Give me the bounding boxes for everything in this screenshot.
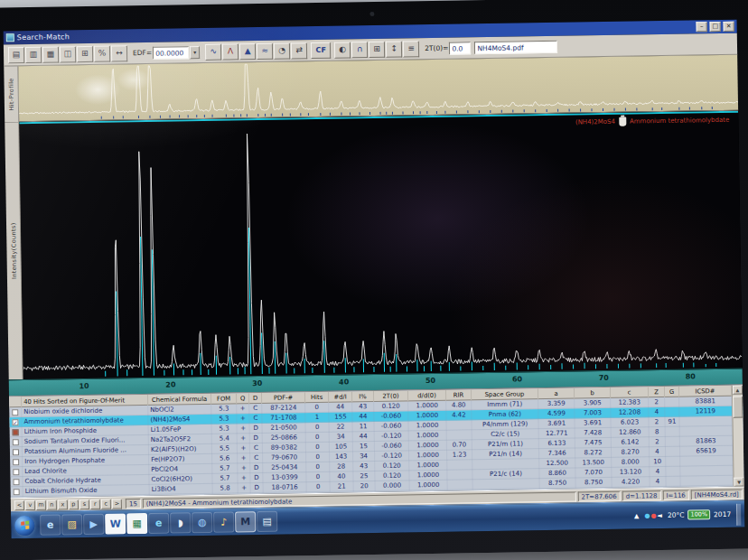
tray-alert-icon[interactable]: ● bbox=[650, 512, 656, 519]
edf-dropdown-arrow[interactable]: ▾ bbox=[190, 45, 200, 58]
save-pattern-icon[interactable]: ▦ bbox=[42, 46, 59, 62]
row-checkbox[interactable] bbox=[13, 449, 19, 455]
cell-ipct: 43 bbox=[352, 402, 374, 412]
status-button-<[interactable]: < bbox=[14, 500, 24, 510]
scroll-down-icon[interactable]: ▼ bbox=[734, 478, 744, 487]
copy-icon[interactable]: ⊞ bbox=[77, 45, 93, 61]
column-header-ndi[interactable]: #d/I bbox=[329, 391, 352, 402]
taskbar-folder-icon[interactable]: ▨ bbox=[61, 514, 82, 535]
taskbar-search-match-icon[interactable]: M bbox=[235, 511, 256, 532]
column-header-a[interactable]: a bbox=[538, 388, 575, 400]
scroll-up-icon[interactable]: ▲ bbox=[733, 386, 743, 395]
open-pattern-icon[interactable]: ▥ bbox=[25, 46, 42, 62]
taskbar-clock[interactable]: 2017 bbox=[714, 510, 731, 518]
tray-chat-icon[interactable]: ● bbox=[644, 512, 650, 519]
taskbar-globe-icon[interactable]: ◍ bbox=[192, 512, 212, 533]
list-icon[interactable]: ≡ bbox=[403, 41, 419, 57]
status-button-m[interactable]: m bbox=[36, 499, 46, 509]
column-header-d[interactable]: D bbox=[249, 393, 262, 404]
background-icon[interactable]: ▲ bbox=[239, 43, 256, 60]
tray-volume-icon[interactable]: ◄ bbox=[657, 512, 662, 519]
status-button-x[interactable]: x bbox=[58, 499, 68, 509]
cell-dd0: 1.0000 bbox=[409, 461, 447, 471]
table-scrollbar[interactable]: ▲ ▼ bbox=[732, 386, 744, 487]
cell-ipct: 44 bbox=[353, 432, 375, 442]
status-button-v[interactable]: v bbox=[25, 499, 35, 509]
contrast-icon[interactable]: ◐ bbox=[334, 42, 351, 58]
cell-fom: 5.7 bbox=[212, 463, 238, 473]
column-header-formula[interactable]: Chemical Formula bbox=[148, 394, 211, 406]
status-button-n[interactable]: n bbox=[47, 499, 57, 509]
scrollbar-thumb[interactable] bbox=[733, 397, 743, 418]
swap-axes-icon[interactable]: ⇄ bbox=[291, 42, 307, 59]
profile-view-icon[interactable]: ∿ bbox=[205, 43, 221, 60]
filename-input[interactable]: NH4MoS4.pdf bbox=[474, 40, 557, 53]
column-header-icsd[interactable]: ICSD# bbox=[679, 386, 732, 397]
grid-icon[interactable]: ⊞ bbox=[369, 41, 385, 57]
peak-search-icon[interactable]: Λ bbox=[222, 43, 238, 60]
new-pattern-icon[interactable]: ▤ bbox=[8, 47, 24, 63]
row-checkbox[interactable] bbox=[13, 479, 19, 485]
cell-q: + bbox=[238, 463, 250, 473]
column-header-g[interactable]: G bbox=[665, 387, 679, 397]
tray-expand-icon[interactable]: ▲ bbox=[634, 512, 640, 519]
expand-scale-icon[interactable]: ↔ bbox=[111, 45, 127, 61]
cell-rir: 4.42 bbox=[446, 410, 472, 420]
column-header-q[interactable]: Q bbox=[237, 393, 249, 404]
status-button-s[interactable]: s bbox=[79, 499, 89, 509]
row-checkbox[interactable] bbox=[12, 409, 18, 415]
taskbar-notepad-icon[interactable]: ▤ bbox=[257, 511, 277, 532]
column-header-chk[interactable] bbox=[9, 397, 22, 407]
cell-g bbox=[666, 467, 680, 477]
column-header-dd0[interactable]: d/d(0) bbox=[408, 390, 446, 402]
cell-hits: 0 bbox=[306, 462, 330, 472]
diffraction-plot[interactable]: (NH4)2MoS4 Ammonium tetrathiomolybdate bbox=[19, 111, 742, 379]
row-checkbox[interactable] bbox=[13, 469, 19, 475]
percent-scale-icon[interactable]: % bbox=[94, 45, 110, 61]
minimize-button[interactable]: – bbox=[697, 22, 707, 32]
two-theta-input[interactable]: 0.0 bbox=[449, 42, 471, 54]
zoom-icon[interactable]: ◔ bbox=[274, 42, 290, 59]
column-header-fom[interactable]: FOM bbox=[211, 393, 237, 404]
scale-y-icon[interactable]: ↕ bbox=[386, 41, 402, 57]
row-checkbox[interactable] bbox=[13, 459, 19, 465]
maximize-button[interactable]: □ bbox=[710, 22, 721, 32]
hit-profile-gutter: Hit-Profile bbox=[4, 66, 19, 122]
row-checkbox[interactable] bbox=[13, 429, 19, 435]
print-icon[interactable]: ◫ bbox=[60, 46, 76, 62]
taskbar-media-player-icon[interactable]: ▶ bbox=[83, 514, 104, 535]
taskbar-browser-icon[interactable]: e bbox=[40, 514, 61, 535]
cf-button[interactable]: CF bbox=[311, 42, 331, 58]
column-header-c[interactable]: c bbox=[611, 387, 649, 398]
row-checkbox[interactable] bbox=[14, 489, 20, 495]
cell-rir bbox=[448, 480, 473, 490]
column-header-hits[interactable]: Hits bbox=[305, 392, 329, 403]
column-header-t0[interactable]: 2T(0) bbox=[374, 390, 408, 402]
taskbar-word-icon[interactable]: W bbox=[105, 513, 126, 534]
status-button-p[interactable]: p bbox=[69, 499, 79, 509]
column-header-b[interactable]: b bbox=[575, 387, 611, 399]
status-button->[interactable]: > bbox=[112, 499, 122, 509]
battery-indicator[interactable]: 100% bbox=[687, 509, 710, 519]
edf-input[interactable]: 00.0000 bbox=[153, 46, 189, 60]
status-button-c[interactable]: c bbox=[101, 499, 111, 509]
start-button[interactable] bbox=[14, 515, 34, 535]
column-header-pdf[interactable]: PDF-# bbox=[262, 392, 305, 404]
cell-b: 3.691 bbox=[575, 418, 611, 429]
show-desktop-button[interactable] bbox=[736, 503, 741, 525]
column-header-rir[interactable]: RIR bbox=[446, 389, 472, 400]
peak-profile-icon[interactable]: ∩ bbox=[351, 42, 368, 58]
row-checkbox[interactable] bbox=[13, 439, 19, 445]
row-checkbox[interactable]: ✓ bbox=[12, 419, 18, 425]
taskbar-messenger-icon[interactable]: ◗ bbox=[170, 512, 191, 533]
cell-rir bbox=[446, 420, 472, 430]
taskbar-spreadsheet-icon[interactable]: ▦ bbox=[126, 513, 147, 534]
cell-g bbox=[666, 457, 680, 467]
taskbar-ie-icon[interactable]: e bbox=[148, 513, 169, 534]
taskbar-music-icon[interactable]: ♪ bbox=[213, 511, 234, 532]
smooth-icon[interactable]: ≈ bbox=[257, 42, 273, 59]
column-header-z[interactable]: Z bbox=[649, 387, 665, 397]
column-header-ipct[interactable]: I% bbox=[352, 391, 374, 402]
status-button-r[interactable]: r bbox=[90, 499, 100, 509]
close-button[interactable]: × bbox=[724, 22, 734, 32]
